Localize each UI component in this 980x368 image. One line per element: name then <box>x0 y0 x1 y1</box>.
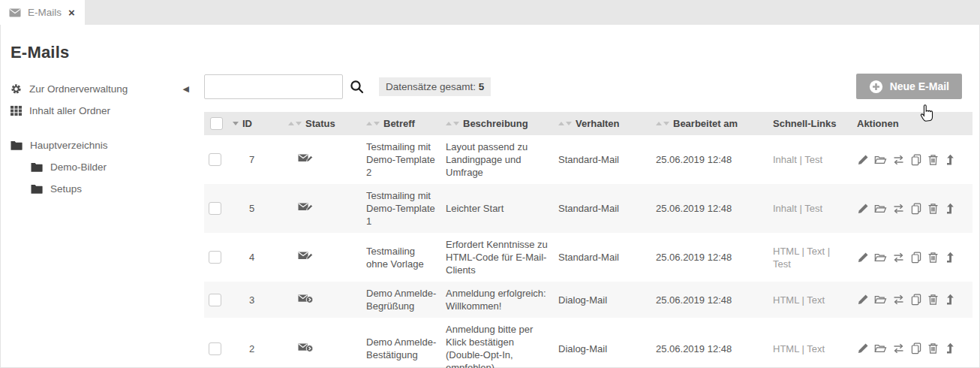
folder-icon <box>31 184 43 194</box>
sort-desc-icon[interactable] <box>374 122 380 125</box>
delete-icon[interactable] <box>927 252 939 264</box>
delete-icon[interactable] <box>927 294 939 306</box>
delete-icon[interactable] <box>927 203 939 215</box>
new-email-label: Neue E-Mail <box>890 80 949 92</box>
move-up-icon[interactable] <box>944 294 955 306</box>
move-up-icon[interactable] <box>944 203 955 215</box>
delete-icon[interactable] <box>927 342 939 354</box>
swap-icon[interactable] <box>892 294 905 306</box>
quick-link-text[interactable]: Text <box>807 343 825 354</box>
swap-icon[interactable] <box>892 252 905 264</box>
sort-desc-icon[interactable] <box>296 122 302 125</box>
edit-icon[interactable] <box>857 252 869 264</box>
open-folder-icon[interactable] <box>874 252 887 264</box>
swap-icon[interactable] <box>892 342 905 354</box>
separator: | <box>797 203 804 214</box>
sort-desc-icon[interactable] <box>453 122 459 125</box>
duplicate-icon[interactable] <box>910 252 922 264</box>
duplicate-icon[interactable] <box>910 203 922 215</box>
sidebar-item-label: Inhalt aller Ordner <box>29 105 110 116</box>
move-up-icon[interactable] <box>944 252 955 264</box>
table-header: ID Status Betreff Beschreibung Verhalten… <box>204 112 972 135</box>
open-folder-icon[interactable] <box>874 342 887 354</box>
cell-verhalten: Dialog-Mail <box>558 337 656 360</box>
row-checkbox[interactable] <box>209 153 221 166</box>
cell-betreff: Testmailing mit Demo-Template 1 <box>366 184 446 233</box>
open-folder-icon[interactable] <box>874 203 887 215</box>
main-content: Datensätze gesamt: 5 Neue E-Mail ID Stat… <box>204 73 972 368</box>
folder-demo-bilder[interactable]: Demo-Bilder <box>11 161 197 173</box>
column-header-status[interactable]: Status <box>305 118 335 129</box>
column-header-schnell-links: Schnell-Links <box>773 118 837 129</box>
search-icon[interactable] <box>350 80 364 94</box>
quick-link-html[interactable]: HTML <box>773 343 799 354</box>
cell-id: 7 <box>233 148 288 171</box>
move-up-icon[interactable] <box>944 154 955 166</box>
column-header-aktionen: Aktionen <box>857 118 899 129</box>
sort-desc-icon[interactable] <box>566 122 572 125</box>
row-checkbox[interactable] <box>209 342 221 355</box>
records-total-value: 5 <box>479 81 485 92</box>
new-email-button[interactable]: Neue E-Mail <box>856 74 962 99</box>
quick-link-test[interactable]: Test <box>804 203 822 214</box>
move-up-icon[interactable] <box>944 342 955 354</box>
folder-icon <box>31 162 43 172</box>
cell-schnell-links: HTML | Text <box>773 288 857 312</box>
row-checkbox[interactable] <box>209 202 221 215</box>
folder-label: Setups <box>50 183 82 195</box>
row-checkbox[interactable] <box>209 251 221 264</box>
select-all-checkbox[interactable] <box>210 117 223 130</box>
sort-asc-icon[interactable] <box>366 122 372 125</box>
sort-asc-icon[interactable] <box>656 122 662 125</box>
sort-asc-icon[interactable] <box>446 122 452 125</box>
tab-label: E-Mails <box>28 7 62 18</box>
swap-icon[interactable] <box>892 154 905 166</box>
sort-asc-icon[interactable] <box>558 122 564 125</box>
close-icon[interactable]: × <box>68 7 75 18</box>
quick-link-test[interactable]: Test <box>804 154 822 165</box>
quick-link-html[interactable]: HTML <box>773 246 799 257</box>
swap-icon[interactable] <box>892 203 905 215</box>
edit-icon[interactable] <box>857 294 869 306</box>
sort-desc-icon[interactable] <box>663 122 669 125</box>
folder-setups[interactable]: Setups <box>11 182 197 195</box>
sidebar-item-ordnerverwaltung[interactable]: Zur Ordnerverwaltung <box>11 83 197 95</box>
delete-icon[interactable] <box>927 154 939 166</box>
quick-link-test[interactable]: Test <box>773 258 791 270</box>
cell-schnell-links: Inhalt | Test <box>773 148 857 171</box>
search-input[interactable] <box>204 74 343 99</box>
sort-asc-icon[interactable] <box>288 122 294 125</box>
cell-bearbeitet-am: 25.06.2019 12:48 <box>656 197 773 220</box>
cell-id: 4 <box>233 246 288 269</box>
quick-link-text[interactable]: Text <box>807 294 825 306</box>
cell-betreff: Testmailing ohne Vorlage <box>366 240 446 276</box>
folder-hauptverzeichnis[interactable]: Hauptverzeichnis <box>11 139 197 151</box>
quick-link-inhalt[interactable]: Inhalt <box>773 203 797 214</box>
sort-desc-icon[interactable] <box>233 122 239 125</box>
row-checkbox[interactable] <box>209 294 221 306</box>
cell-id: 3 <box>233 288 288 312</box>
duplicate-icon[interactable] <box>910 154 922 166</box>
sidebar-item-inhalt-aller-ordner[interactable]: Inhalt aller Ordner <box>11 104 197 116</box>
column-header-betreff[interactable]: Betreff <box>383 118 415 129</box>
separator: | <box>825 246 830 257</box>
column-header-beschreibung[interactable]: Beschreibung <box>463 118 528 129</box>
edit-icon[interactable] <box>857 154 869 166</box>
collapse-sidebar-icon[interactable]: ◀ <box>183 84 189 94</box>
column-header-bearbeitet-am[interactable]: Bearbeitet am <box>673 118 738 129</box>
column-header-verhalten[interactable]: Verhalten <box>576 118 620 129</box>
column-header-id[interactable]: ID <box>242 118 252 129</box>
duplicate-icon[interactable] <box>910 294 922 306</box>
open-folder-icon[interactable] <box>874 154 887 166</box>
records-total-label: Datensätze gesamt: <box>386 81 476 92</box>
quick-link-text[interactable]: Text <box>807 246 825 257</box>
tab-emails[interactable]: E-Mails × <box>0 0 85 25</box>
grid-icon <box>11 105 22 116</box>
cell-schnell-links: HTML | Text <box>773 337 857 360</box>
edit-icon[interactable] <box>857 203 869 215</box>
duplicate-icon[interactable] <box>910 342 922 354</box>
quick-link-html[interactable]: HTML <box>773 294 799 306</box>
open-folder-icon[interactable] <box>874 294 887 306</box>
quick-link-inhalt[interactable]: Inhalt <box>773 154 797 165</box>
edit-icon[interactable] <box>857 342 869 354</box>
